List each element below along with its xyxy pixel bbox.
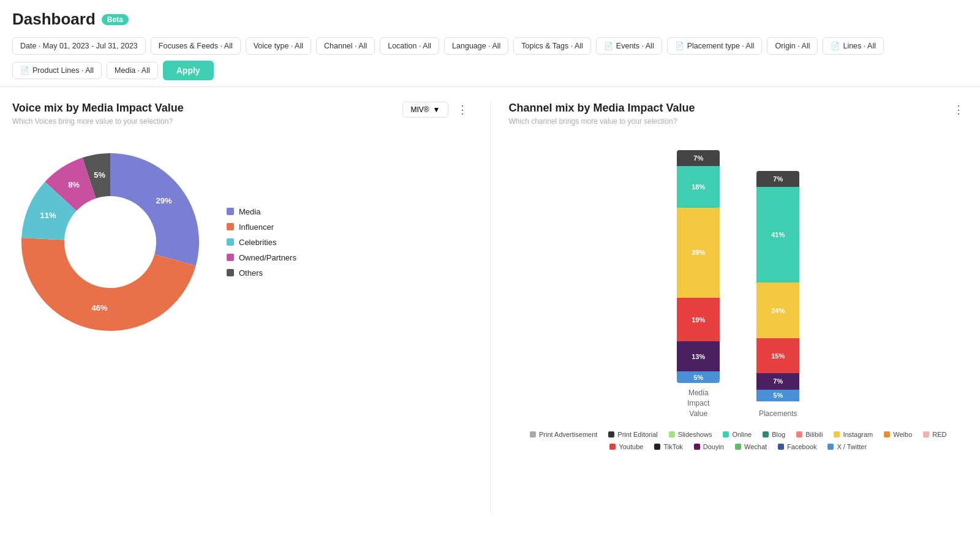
channel-legend-slideshows: Slideshows <box>669 431 712 438</box>
filter-media[interactable]: Media · All <box>107 62 158 79</box>
document-icon: 📄 <box>831 42 840 50</box>
channel-dot-print_ad <box>530 431 536 438</box>
filter-label-channel: Channel · All <box>324 42 367 50</box>
channel-legend-x_twitter: X / Twitter <box>827 443 867 450</box>
filter-placement_type[interactable]: 📄Placement type · All <box>667 37 763 55</box>
channel-legend-douyin: Douyin <box>694 443 724 450</box>
channel-dot-tiktok <box>654 444 660 450</box>
legend-label-celebrities: Celebrities <box>239 238 276 247</box>
filter-location[interactable]: Location · All <box>380 37 439 55</box>
channel-legend-red: RED <box>923 431 946 438</box>
bar-segment-placements: 7% <box>756 373 799 390</box>
bar-segment-placements: 5% <box>756 390 799 401</box>
legend-item-others: Others <box>227 268 296 278</box>
legend-item-influencer: Influencer <box>227 222 296 232</box>
channel-legend-tiktok: TikTok <box>654 443 682 450</box>
beta-badge: Beta <box>102 14 129 25</box>
legend-label-others: Others <box>239 268 263 278</box>
bar-miv: 5%13%19%39%18%7% <box>677 150 720 383</box>
channel-label-facebook: Facebook <box>787 443 816 450</box>
donut-label-others: 5% <box>94 170 105 180</box>
bar-group-miv: 5%13%19%39%18%7%Media Impact Value <box>677 150 720 419</box>
channel-label-bilibili: Bilibili <box>805 431 823 438</box>
document-icon: 📄 <box>604 42 613 50</box>
legend-color-influencer <box>227 223 234 230</box>
top-bar: Dashboard Beta Date · May 01, 2023 - Jul… <box>0 0 980 80</box>
document-icon: 📄 <box>20 66 29 75</box>
channel-label-douyin: Douyin <box>703 443 724 450</box>
page-title: Dashboard <box>12 10 96 29</box>
filter-events[interactable]: 📄Events · All <box>596 37 662 55</box>
filter-label-topics_tags: Topics & Tags · All <box>521 42 583 50</box>
donut-label-influencer: 46% <box>92 303 108 313</box>
bar-segment-miv: 7% <box>677 150 720 166</box>
channel-dot-facebook <box>778 444 784 450</box>
panel-right: Channel mix by Media Impact Value Which … <box>491 102 968 512</box>
filter-date[interactable]: Date · May 01, 2023 - Jul 31, 2023 <box>12 37 146 55</box>
filter-voice_type[interactable]: Voice type · All <box>246 37 311 55</box>
legend-color-others <box>227 269 234 276</box>
main-content: Voice mix by Media Impact Value Which Vo… <box>0 87 980 527</box>
bar-group-placements: 5%7%15%24%41%7%Placements <box>756 171 799 419</box>
more-options-button[interactable]: ⋮ <box>453 102 472 118</box>
filter-label-origin: Origin · All <box>775 42 810 50</box>
filter-label-location: Location · All <box>388 42 431 50</box>
right-panel-title: Channel mix by Media Impact Value <box>509 102 695 115</box>
bar-segment-miv: 39% <box>677 208 720 298</box>
channel-dot-youtube <box>609 444 616 450</box>
filter-label-media: Media · All <box>115 66 150 75</box>
bar-segment-placements: 7% <box>756 171 799 188</box>
filter-origin[interactable]: Origin · All <box>767 37 818 55</box>
filter-label-product_lines: Product Lines · All <box>32 66 94 75</box>
filter-focuses[interactable]: Focuses & Feeds · All <box>151 37 241 55</box>
filter-channel[interactable]: Channel · All <box>316 37 375 55</box>
legend-label-influencer: Influencer <box>239 222 274 232</box>
bar-segment-miv: 18% <box>677 166 720 208</box>
chevron-down-icon: ▼ <box>433 105 440 114</box>
filter-label-voice_type: Voice type · All <box>254 42 303 50</box>
channel-legend-bilibili: Bilibili <box>796 431 823 438</box>
channel-legend-wechat: Wechat <box>735 443 767 450</box>
filter-label-language: Language · All <box>452 42 500 50</box>
legend-item-media: Media <box>227 207 296 216</box>
channel-legend-print_ed: Print Editorial <box>608 431 657 438</box>
donut-legend: MediaInfluencerCelebritiesOwned/Partners… <box>227 207 296 278</box>
legend-label-owned_partners: Owned/Partners <box>239 253 296 262</box>
bar-segment-miv: 13% <box>677 341 720 371</box>
legend-color-celebrities <box>227 238 234 246</box>
channel-dot-weibo <box>884 431 890 438</box>
channel-label-instagram: Instagram <box>843 431 873 438</box>
miv-label: MIV® <box>410 105 429 114</box>
bar-segment-placements: 24% <box>756 282 799 338</box>
donut-segment-media <box>110 153 199 266</box>
document-icon: 📄 <box>675 42 684 50</box>
apply-button[interactable]: Apply <box>163 61 214 80</box>
legend-label-media: Media <box>239 207 260 216</box>
channel-legend-weibo: Weibo <box>884 431 912 438</box>
bar-segment-placements: 41% <box>756 187 799 282</box>
miv-dropdown[interactable]: MIV® ▼ <box>402 102 448 118</box>
channel-dot-wechat <box>735 444 741 450</box>
filter-topics_tags[interactable]: Topics & Tags · All <box>513 37 591 55</box>
channel-label-online: Online <box>732 431 752 438</box>
right-more-options-button[interactable]: ⋮ <box>949 102 968 118</box>
legend-color-owned_partners <box>227 254 234 261</box>
bar-placements: 5%7%15%24%41%7% <box>756 171 799 404</box>
filter-language[interactable]: Language · All <box>444 37 508 55</box>
channel-dot-bilibili <box>796 431 802 438</box>
legend-item-owned_partners: Owned/Partners <box>227 253 296 262</box>
filter-label-focuses: Focuses & Feeds · All <box>159 42 233 50</box>
panel-left: Voice mix by Media Impact Value Which Vo… <box>12 102 491 512</box>
channel-dot-print_ed <box>608 431 614 438</box>
channel-dot-instagram <box>834 431 840 438</box>
donut-section: 29%46%11%8%5% MediaInfluencerCelebrities… <box>12 144 472 340</box>
filter-label-events: Events · All <box>616 42 654 50</box>
filters-row-2: 📄Product Lines · AllMedia · AllApply <box>12 61 968 80</box>
legend-item-celebrities: Celebrities <box>227 238 296 247</box>
channel-dot-blog <box>763 431 769 438</box>
donut-label-owned_partners: 8% <box>68 180 80 189</box>
title-row: Dashboard Beta <box>12 10 968 29</box>
filter-product_lines[interactable]: 📄Product Lines · All <box>12 62 102 79</box>
filter-lines[interactable]: 📄Lines · All <box>823 37 884 55</box>
donut-label-media: 29% <box>156 196 172 205</box>
